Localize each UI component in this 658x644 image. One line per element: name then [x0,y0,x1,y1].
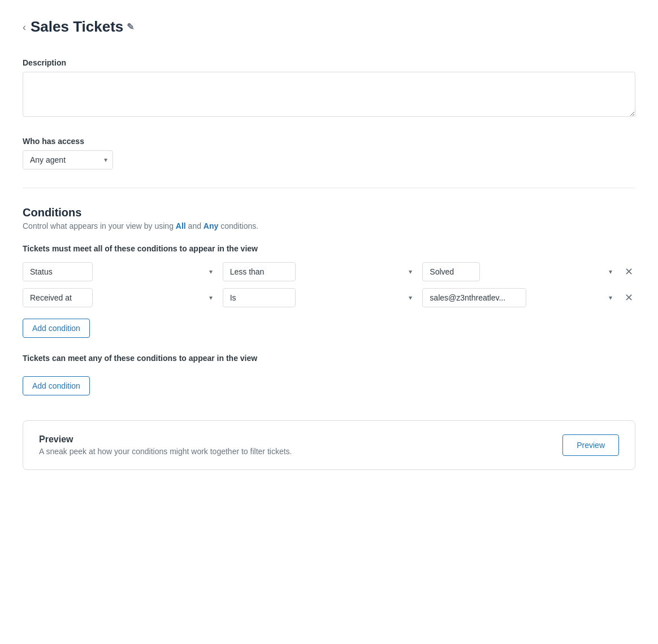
operator-select-wrapper-2: Is Is not Less than Greater than ▾ [223,288,418,307]
remove-condition-2-button[interactable]: ✕ [622,290,635,305]
condition-row-2: Received at Status Priority Type Assigne… [23,288,635,307]
field-select-2[interactable]: Received at Status Priority Type Assigne… [23,288,93,307]
description-label: Description [23,58,635,67]
operator-select-2[interactable]: Is Is not Less than Greater than [223,288,296,307]
operator-select-wrapper-1: Less than Is Is not Greater than ▾ [223,262,418,281]
page-header: ‹ Sales Tickets ✎ [23,18,635,36]
field-chevron-icon-1: ▾ [209,268,213,276]
access-section: Who has access Any agent Specific agents… [23,137,635,169]
value-select-2[interactable]: sales@z3nthreatlev... [422,288,526,307]
field-select-wrapper-2: Received at Status Priority Type Assigne… [23,288,218,307]
divider [23,188,635,188]
all-conditions-group: Tickets must meet all of these condition… [23,244,635,354]
access-select-wrapper: Any agent Specific agents Groups ▾ [23,150,113,169]
value-select-wrapper-2: sales@z3nthreatlev... ▾ [422,288,618,307]
value-chevron-icon-1: ▾ [609,268,612,276]
preview-button[interactable]: Preview [562,434,619,456]
operator-select-1[interactable]: Less than Is Is not Greater than [223,262,296,281]
edit-title-icon[interactable]: ✎ [127,21,134,32]
operator-chevron-icon-2: ▾ [409,294,412,302]
back-button[interactable]: ‹ [23,22,26,32]
all-conditions-label: Tickets must meet all of these condition… [23,244,635,253]
conditions-section: Conditions Control what appears in your … [23,206,635,411]
preview-text: Preview A sneak peek at how your conditi… [39,434,292,456]
preview-box: Preview A sneak peek at how your conditi… [23,420,635,470]
preview-title: Preview [39,434,292,445]
remove-condition-1-button[interactable]: ✕ [622,264,635,279]
value-select-1[interactable]: Solved Open Pending Closed [422,262,480,281]
page-title: Sales Tickets ✎ [31,18,134,36]
access-select[interactable]: Any agent Specific agents Groups [23,150,113,169]
conditions-subtitle: Control what appears in your view by usi… [23,221,635,230]
description-input[interactable] [23,72,635,117]
value-chevron-icon-2: ▾ [609,294,612,302]
any-conditions-label: Tickets can meet any of these conditions… [23,354,635,363]
conditions-title: Conditions [23,206,635,219]
access-label: Who has access [23,137,635,146]
add-any-condition-button[interactable]: Add condition [23,376,90,395]
description-section: Description [23,58,635,119]
preview-subtitle: A sneak peek at how your conditions migh… [39,447,292,456]
operator-chevron-icon-1: ▾ [409,268,412,276]
field-select-wrapper-1: Status Received at Priority Type Assigne… [23,262,218,281]
field-select-1[interactable]: Status Received at Priority Type Assigne… [23,262,93,281]
add-all-condition-button[interactable]: Add condition [23,319,90,338]
field-chevron-icon-2: ▾ [209,294,213,302]
condition-row-1: Status Received at Priority Type Assigne… [23,262,635,281]
value-select-wrapper-1: Solved Open Pending Closed ▾ [422,262,618,281]
any-conditions-group: Tickets can meet any of these conditions… [23,354,635,411]
